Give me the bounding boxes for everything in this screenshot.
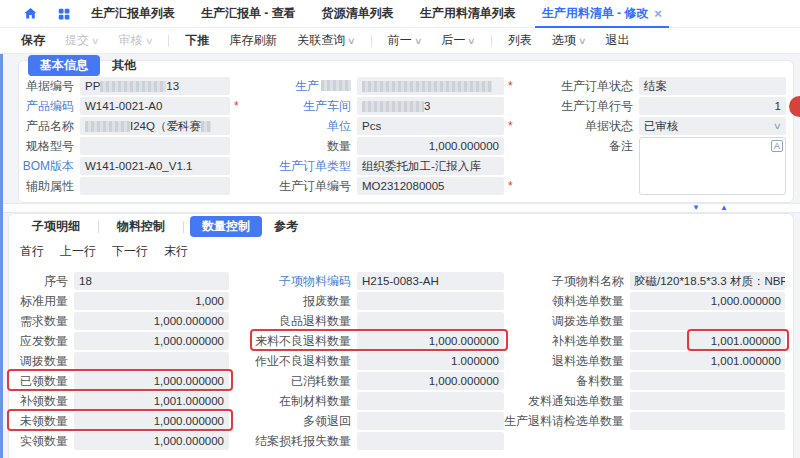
- home-icon[interactable]: [22, 6, 38, 22]
- field-label[interactable]: 产品编码: [20, 97, 80, 115]
- field-text: PP: [85, 77, 100, 95]
- field-label[interactable]: 子项物料编码: [255, 272, 357, 290]
- toolbar-button[interactable]: 下推: [175, 32, 219, 49]
- field-input[interactable]: [357, 77, 504, 95]
- field-input[interactable]: 1,001.000000: [630, 332, 785, 350]
- tab-separator: [183, 221, 184, 233]
- field-label[interactable]: 生产订单类型: [273, 157, 357, 175]
- top-tab-4[interactable]: 生产用料清单列表: [407, 0, 529, 28]
- field-value: 结案: [644, 77, 667, 95]
- field-row: 数量1,000.000000: [273, 137, 513, 155]
- toolbar-button[interactable]: 关联查询∨: [287, 32, 365, 49]
- field-value: 1,001.000000: [711, 352, 781, 370]
- field-input[interactable]: 1: [639, 97, 786, 115]
- field-input[interactable]: 1,000.000000: [74, 312, 229, 330]
- field-input[interactable]: [74, 352, 229, 370]
- field-label: 实领数量: [12, 432, 74, 450]
- field-label: 来料不良退料数量: [255, 332, 357, 350]
- field-label[interactable]: 生产: [273, 77, 357, 95]
- field-input[interactable]: W141-0021-A0_V1.1: [80, 157, 230, 175]
- section-tab[interactable]: 其他: [100, 55, 148, 76]
- field-input[interactable]: 1,000.000000: [74, 432, 229, 450]
- field-input[interactable]: [357, 432, 504, 450]
- field-value: 组织委托加工-汇报入库: [362, 157, 481, 175]
- toolbar-button[interactable]: 前一∨: [378, 32, 432, 49]
- field-input[interactable]: 已审核∨: [639, 117, 786, 135]
- basic-column-2: 生产*生产车间3单位Pcs*数量1,000.000000生产订单类型组织委托加工…: [273, 77, 513, 197]
- field-input[interactable]: [630, 372, 785, 390]
- field-input[interactable]: 1,000.000000: [74, 332, 229, 350]
- field-input[interactable]: [80, 137, 230, 155]
- field-input[interactable]: [357, 412, 504, 430]
- field-input[interactable]: [630, 412, 785, 430]
- field-input[interactable]: 3: [357, 97, 504, 115]
- toolbar-button[interactable]: 退出: [596, 32, 640, 49]
- field-input[interactable]: [630, 392, 785, 410]
- field-input[interactable]: [357, 312, 504, 330]
- field-label[interactable]: BOM版本: [20, 157, 80, 175]
- field-input[interactable]: [630, 312, 785, 330]
- field-label: 补料选单数量: [504, 332, 630, 350]
- field-label: 结案损耗报失数量: [255, 432, 357, 450]
- field-row: 生产*: [273, 77, 513, 95]
- field-input[interactable]: 组织委托加工-汇报入库: [357, 157, 504, 175]
- section-tab[interactable]: 子项明细: [20, 216, 92, 237]
- field-input[interactable]: [357, 392, 504, 410]
- field-input[interactable]: 1,001.000000: [630, 352, 785, 370]
- row-nav-button[interactable]: 首行: [20, 243, 44, 260]
- field-row: 辅助属性: [20, 177, 239, 195]
- section-tab[interactable]: 参考: [262, 216, 310, 237]
- toolbar-button[interactable]: 提交∨: [55, 32, 109, 49]
- field-input[interactable]: 胶磁/120*18.5*3.3 材质：NBR: [630, 272, 785, 290]
- field-input[interactable]: I24Q（爱科赛: [80, 117, 230, 135]
- field-label[interactable]: 单位: [273, 117, 357, 135]
- close-icon[interactable]: ×: [654, 7, 662, 20]
- field-label[interactable]: 生产车间: [273, 97, 357, 115]
- field-input[interactable]: 18: [74, 272, 229, 290]
- field-input[interactable]: 1,000.000000: [357, 372, 504, 390]
- field-input[interactable]: [357, 292, 504, 310]
- field-input[interactable]: 1,001.000000: [74, 392, 229, 410]
- field-label: 应发数量: [12, 332, 74, 350]
- field-input[interactable]: 1,000: [74, 292, 229, 310]
- field-input[interactable]: 1,000.000000: [357, 137, 504, 155]
- field-input[interactable]: 结案: [639, 77, 786, 95]
- row-nav-button[interactable]: 下一行: [112, 243, 148, 260]
- field-input[interactable]: 1.000000: [357, 352, 504, 370]
- field-row: 应发数量1,000.000000: [12, 332, 229, 350]
- toolbar-button-label: 前一: [388, 32, 412, 49]
- collapse-up-icon[interactable]: ▲: [720, 203, 728, 213]
- field-input[interactable]: W141-0021-A0: [80, 97, 230, 115]
- toolbar-button[interactable]: 后一∨: [431, 32, 485, 49]
- field-input[interactable]: MO2312080005: [357, 177, 504, 195]
- section-tab[interactable]: 物料控制: [105, 216, 177, 237]
- toolbar-button[interactable]: 选项∨: [542, 32, 596, 49]
- remark-textarea[interactable]: A: [639, 137, 786, 195]
- toolbar-button[interactable]: 库存刷新: [219, 32, 287, 49]
- field-input[interactable]: Pcs: [357, 117, 504, 135]
- field-input[interactable]: 1,000.000000: [630, 292, 785, 310]
- top-tab-2[interactable]: 生产汇报单 - 查看: [188, 0, 309, 28]
- row-nav-button[interactable]: 上一行: [60, 243, 96, 260]
- toolbar-button[interactable]: 列表: [498, 32, 542, 49]
- toolbar-button[interactable]: 保存: [21, 32, 55, 49]
- apps-grid-icon[interactable]: [56, 6, 72, 22]
- textarea-format-icon[interactable]: A: [771, 140, 783, 152]
- toolbar-button[interactable]: 审核∨: [109, 32, 163, 49]
- row-nav-button[interactable]: 末行: [164, 243, 188, 260]
- field-input[interactable]: [80, 177, 230, 195]
- top-tab-1[interactable]: 生产汇报单列表: [78, 0, 188, 28]
- field-input[interactable]: H215-0083-AH: [357, 272, 504, 290]
- field-value: 1: [775, 97, 781, 115]
- field-label: 单据编号: [20, 77, 80, 95]
- field-row: 已消耗数量1,000.000000: [255, 372, 504, 390]
- field-input[interactable]: 1,000.000000: [74, 372, 229, 390]
- field-input[interactable]: 1,000.000000: [74, 412, 229, 430]
- field-input[interactable]: PP13: [80, 77, 230, 95]
- section-tab[interactable]: 基本信息: [28, 55, 100, 76]
- field-input[interactable]: 1,000.000000: [357, 332, 504, 350]
- section-tab[interactable]: 数量控制: [190, 216, 262, 237]
- top-tab-5[interactable]: 生产用料清单 - 修改×: [529, 0, 675, 28]
- collapse-down-icon[interactable]: ▼: [692, 203, 700, 213]
- top-tab-3[interactable]: 货源清单列表: [309, 0, 407, 28]
